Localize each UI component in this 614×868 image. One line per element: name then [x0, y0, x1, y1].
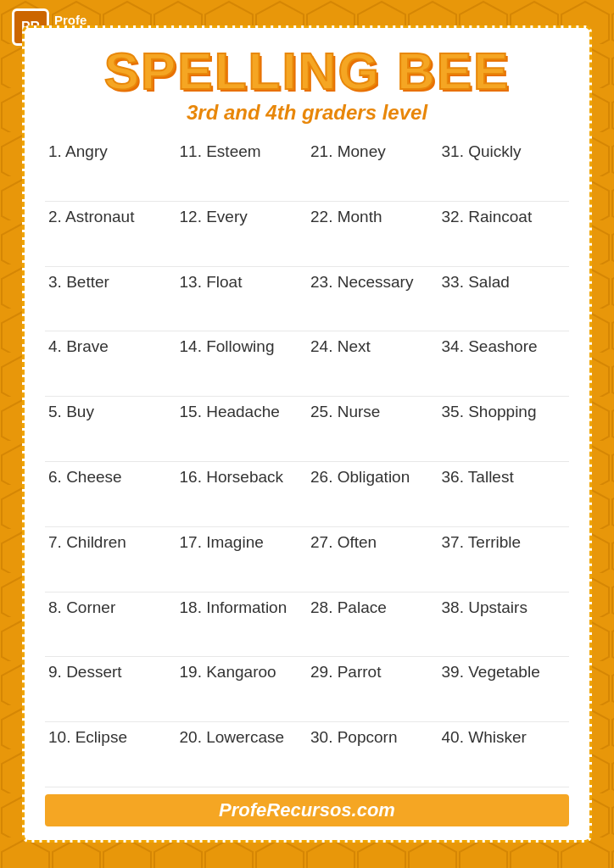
main-card: SPELLING BEE 3rd and 4th graders level 1… [22, 25, 592, 843]
list-item: 21. Money [307, 136, 438, 202]
word-list: 1. Angry11. Esteem21. Money31. Quickly2.… [45, 136, 569, 787]
list-item: 36. Tallest [438, 462, 570, 527]
page-title: SPELLING BEE [45, 45, 569, 97]
list-item: 38. Upstairs [438, 593, 570, 658]
list-item: 39. Vegetable [438, 657, 570, 722]
list-item: 11. Esteem [176, 136, 308, 202]
list-item: 40. Whisker [438, 722, 570, 787]
list-item: 27. Often [307, 527, 438, 593]
list-item: 6. Cheese [45, 462, 176, 527]
list-item: 30. Popcorn [307, 722, 438, 787]
list-item: 31. Quickly [438, 136, 570, 202]
list-item: 15. Headache [176, 397, 308, 462]
list-item: 37. Terrible [438, 527, 570, 593]
list-item: 22. Month [307, 202, 438, 267]
list-item: 2. Astronaut [45, 202, 176, 267]
list-item: 17. Imagine [176, 527, 308, 593]
list-item: 3. Better [45, 267, 176, 332]
list-item: 5. Buy [45, 397, 176, 462]
list-item: 23. Necessary [307, 267, 438, 332]
list-item: 16. Horseback [176, 462, 308, 527]
list-item: 20. Lowercase [176, 722, 308, 787]
list-item: 28. Palace [307, 593, 438, 658]
outer-background: PR Profe Recursos SPELLING BEE 3rd and 4… [0, 0, 614, 868]
list-item: 8. Corner [45, 593, 176, 658]
card-footer: ProfeRecursos.com [45, 794, 569, 826]
list-item: 33. Salad [438, 267, 570, 332]
list-item: 9. Dessert [45, 657, 176, 722]
list-item: 35. Shopping [438, 397, 570, 462]
page-subtitle: 3rd and 4th graders level [45, 101, 569, 125]
list-item: 1. Angry [45, 136, 176, 202]
list-item: 26. Obligation [307, 462, 438, 527]
list-item: 29. Parrot [307, 657, 438, 722]
list-item: 14. Following [176, 331, 308, 397]
list-item: 24. Next [307, 331, 438, 397]
list-item: 32. Raincoat [438, 202, 570, 267]
list-item: 13. Float [176, 267, 308, 332]
footer-text: ProfeRecursos.com [50, 799, 564, 821]
list-item: 19. Kangaroo [176, 657, 308, 722]
list-item: 18. Information [176, 593, 308, 658]
list-item: 34. Seashore [438, 331, 570, 397]
list-item: 12. Every [176, 202, 308, 267]
list-item: 4. Brave [45, 331, 176, 397]
list-item: 25. Nurse [307, 397, 438, 462]
list-item: 10. Eclipse [45, 722, 176, 787]
list-item: 7. Children [45, 527, 176, 593]
card-header: SPELLING BEE 3rd and 4th graders level [45, 45, 569, 125]
